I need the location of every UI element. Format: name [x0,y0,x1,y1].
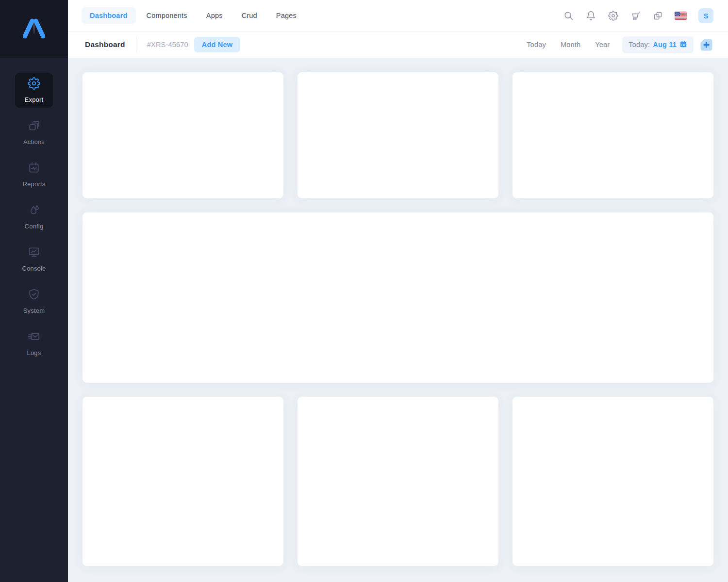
sidebar-item-label: Reports [23,180,46,188]
sidebar-item-config[interactable]: Config [15,199,53,234]
sidebar-item-label: Console [22,265,46,272]
toolbar-right: Today Month Year Today: Aug 11 [512,36,713,53]
card-placeholder-5 [298,397,498,566]
main-content [68,58,728,582]
send-mail-icon [28,330,40,345]
sidebar-item-export[interactable]: Export [15,73,53,108]
tab-dashboard[interactable]: Dashboard [82,7,136,24]
card-placeholder-wide [83,212,713,383]
stack-copies-icon [28,119,40,134]
sidebar-item-label: Export [25,96,44,103]
sidebar-item-reports[interactable]: Reports [15,157,53,192]
range-link-month[interactable]: Month [561,41,580,48]
sidebar-item-console[interactable]: Console [15,242,53,276]
top-header: Dashboard Components Apps Crud Pages [68,0,728,32]
range-link-today[interactable]: Today [527,41,546,48]
card-placeholder-3 [513,72,713,198]
brand-area[interactable] [0,0,68,58]
shield-check-icon [28,288,40,303]
card-placeholder-1 [83,72,283,198]
card-placeholder-6 [513,397,713,566]
file-plus-icon [700,46,713,53]
new-file-plus-button[interactable] [700,38,713,51]
date-value-label: Aug 11 [653,41,677,48]
page-title: Dashboard [85,40,125,49]
sidebar-item-label: Logs [27,349,41,356]
add-new-button[interactable]: Add New [194,37,240,52]
date-prefix-label: Today: [629,41,650,48]
tab-pages[interactable]: Pages [268,7,305,24]
tab-components[interactable]: Components [138,7,196,24]
bell-icon[interactable] [585,10,596,21]
monitor-chart-icon [28,246,40,260]
card-placeholder-2 [298,72,498,198]
toolbar-divider [136,37,136,53]
copy-icon[interactable] [652,10,663,21]
top-nav: Dashboard Components Apps Crud Pages [82,7,305,24]
tab-apps[interactable]: Apps [198,7,231,24]
gear-icon [28,77,40,92]
cart-icon[interactable] [630,10,641,21]
sidebar-item-actions[interactable]: Actions [15,115,53,150]
sidebar-item-label: Config [25,223,44,230]
user-avatar[interactable]: S [698,8,713,23]
search-icon[interactable] [563,10,574,21]
header-actions: S [563,8,713,23]
calendar-icon [679,40,687,49]
sidebar-item-system[interactable]: System [15,284,53,319]
card-placeholder-4 [83,397,283,566]
app-logo-icon [19,17,49,41]
sidebar-item-label: System [23,307,45,314]
tab-crud[interactable]: Crud [233,7,265,24]
gear-icon[interactable] [608,10,618,21]
cards-grid [83,72,713,566]
reference-code: #XRS-45670 [147,41,188,48]
range-link-year[interactable]: Year [595,41,610,48]
sidebar-item-logs[interactable]: Logs [15,326,53,361]
sidebar: Export Actions Reports [0,0,68,582]
language-flag-us-icon[interactable] [675,12,687,20]
page-toolbar: Dashboard #XRS-45670 Add New Today Month… [68,32,728,58]
sidebar-nav: Export Actions Reports [0,73,68,361]
date-picker-button[interactable]: Today: Aug 11 [622,36,694,53]
calendar-pulse-icon [28,162,40,176]
sidebar-item-label: Actions [23,138,45,146]
water-drops-icon [28,204,40,218]
